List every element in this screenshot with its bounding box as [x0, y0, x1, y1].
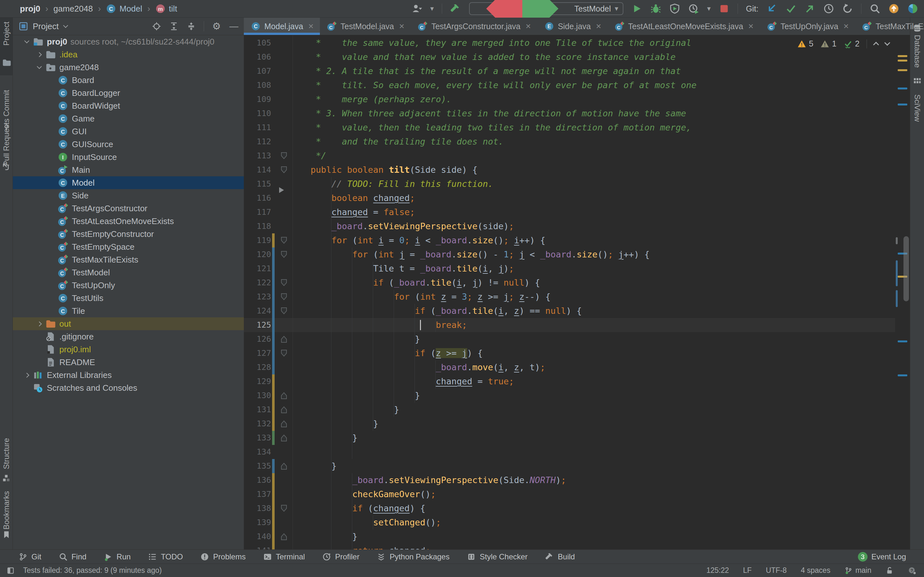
tab-testmodel-java[interactable]: CTestModel.java× — [320, 18, 411, 35]
tree-item-game[interactable]: CGame — [13, 112, 244, 125]
tree-item-proj0-iml[interactable]: proj0.iml — [13, 343, 244, 356]
folder-stripe-icon[interactable] — [2, 58, 11, 67]
chevron-right-icon[interactable] — [24, 372, 29, 378]
fold-marker-icon[interactable] — [280, 236, 288, 245]
tree-item-boardlogger[interactable]: CBoardLogger — [13, 87, 244, 99]
tree-item-testemptyconstructor[interactable]: CTestEmptyConstructor — [13, 227, 244, 240]
tree-item-board[interactable]: CBoard — [13, 74, 244, 87]
git-update-button[interactable] — [766, 3, 777, 14]
inspections-warnings[interactable]: 5 — [797, 39, 813, 48]
prev-problem-icon[interactable] — [873, 42, 879, 47]
unlock-icon[interactable] — [885, 566, 894, 575]
fold-marker-icon[interactable] — [280, 406, 288, 414]
toolwindow-button-find[interactable]: Find — [59, 552, 87, 561]
tab-close-icon[interactable]: × — [525, 21, 531, 31]
tree-item-side[interactable]: ESide — [13, 189, 244, 202]
tree-item-scratches-and-consoles[interactable]: Scratches and Consoles — [13, 382, 244, 394]
tree-item-testutils[interactable]: CTestUtils — [13, 292, 244, 305]
tab-testuponly-java[interactable]: CTestUpOnly.java× — [760, 18, 855, 35]
project-tree[interactable]: proj0sources root, ~/cs61bl/su22-s444/pr… — [13, 35, 244, 550]
locate-button[interactable] — [152, 21, 162, 31]
tree-item--gitignore[interactable]: .gitignore — [13, 330, 244, 343]
gradle-sphere-button[interactable] — [907, 3, 918, 14]
chevron-down-icon[interactable] — [24, 38, 29, 43]
fold-marker-icon[interactable] — [280, 335, 288, 343]
breadcrumb-item-game2048[interactable]: game2048 — [53, 4, 93, 14]
fold-marker-icon[interactable] — [280, 392, 288, 400]
stripe-button-pull-requests[interactable]: Pull Requests — [2, 119, 11, 166]
code-editor[interactable]: 105 * the same value, they are merged in… — [244, 35, 910, 550]
tree-item-tile[interactable]: CTile — [13, 305, 244, 318]
toolwindow-button-style-checker[interactable]: Style Checker — [467, 552, 527, 561]
toolwindow-button-python-packages[interactable]: Python Packages — [376, 552, 449, 561]
stripe-button-commit[interactable]: Commit — [2, 90, 11, 117]
tree-item-model[interactable]: CModel — [13, 176, 244, 189]
encoding-widget[interactable]: UTF-8 — [766, 566, 787, 575]
toolwindow-button-profiler[interactable]: Profiler — [322, 552, 359, 561]
fold-marker-icon[interactable] — [280, 462, 288, 470]
toolwindow-toggle-icon[interactable] — [6, 566, 15, 575]
fold-marker-icon[interactable] — [280, 434, 288, 442]
tree-item-testemptyspace[interactable]: CTestEmptySpace — [13, 240, 244, 253]
next-problem-icon[interactable] — [884, 40, 890, 45]
tree-item-external-libraries[interactable]: External Libraries — [13, 369, 244, 382]
stripe-button-project[interactable]: Project — [2, 22, 11, 46]
tree-item--idea[interactable]: .idea — [13, 48, 244, 61]
tab-testatleastonemoveexists-java[interactable]: CTestAtLeastOneMoveExists.java× — [607, 18, 760, 35]
stop-button[interactable] — [719, 3, 730, 14]
tree-item-testargsconstructor[interactable]: CTestArgsConstructor — [13, 202, 244, 215]
tree-item-testmaxtileexists[interactable]: CTestMaxTileExists — [13, 253, 244, 266]
collapse-all-button[interactable] — [186, 21, 196, 31]
inspections-weak-warnings[interactable]: 1 — [821, 39, 837, 48]
stripe-button-sciview[interactable]: SciView — [913, 95, 922, 122]
tree-item-guisource[interactable]: CGUISource — [13, 138, 244, 151]
caret-position-widget[interactable]: 125:22 — [706, 566, 729, 575]
project-view-dropdown[interactable] — [63, 23, 68, 28]
tab-close-icon[interactable]: × — [843, 21, 849, 31]
tree-item-readme[interactable]: README — [13, 356, 244, 369]
hide-panel-button[interactable]: — — [229, 21, 239, 31]
breadcrumb-item-model[interactable]: CModel — [106, 3, 142, 14]
fold-marker-icon[interactable] — [280, 166, 288, 174]
structure-stripe-icon[interactable] — [2, 474, 11, 483]
tree-item-testuponly[interactable]: CTestUpOnly — [13, 279, 244, 292]
indent-widget[interactable]: 4 spaces — [801, 566, 830, 575]
expand-all-button[interactable] — [169, 21, 179, 31]
tree-item-testmodel[interactable]: CTestModel — [13, 266, 244, 279]
tree-item-proj0[interactable]: proj0sources root, ~/cs61bl/su22-s444/pr… — [13, 35, 244, 48]
fold-marker-icon[interactable] — [280, 504, 288, 513]
fold-marker-icon[interactable] — [280, 293, 288, 301]
tab-close-icon[interactable]: × — [596, 21, 601, 31]
toolwindow-button-build[interactable]: Build — [545, 552, 575, 561]
debug-button[interactable] — [650, 3, 661, 14]
run-config-combo[interactable]: TestModel▾ — [469, 2, 624, 15]
tree-item-gui[interactable]: CGUI — [13, 125, 244, 138]
tab-side-java[interactable]: ESide.java× — [537, 18, 607, 35]
toolwindow-button-problems[interactable]: Problems — [200, 552, 246, 561]
toolwindow-button-git[interactable]: Git — [19, 552, 41, 561]
fold-marker-icon[interactable] — [280, 307, 288, 315]
stripe-button-structure[interactable]: Structure — [2, 438, 11, 469]
chevron-right-icon[interactable] — [37, 52, 42, 57]
tree-item-out[interactable]: out — [13, 318, 244, 330]
line-ending-widget[interactable]: LF — [743, 566, 752, 575]
run-with-coverage-button[interactable] — [669, 3, 680, 14]
fold-marker-icon[interactable] — [280, 250, 288, 259]
sciview-stripe-icon[interactable] — [913, 76, 922, 85]
breadcrumb-item-tilt[interactable]: mtilt — [155, 3, 177, 14]
user-menu-button[interactable] — [411, 3, 422, 14]
tab-close-icon[interactable]: × — [309, 21, 313, 31]
profile-button[interactable] — [688, 3, 699, 14]
rollback-button[interactable] — [842, 3, 853, 14]
run-button[interactable] — [632, 3, 642, 14]
chevron-down-icon[interactable] — [37, 64, 42, 69]
tree-item-inputsource[interactable]: IInputSource — [13, 151, 244, 163]
tree-item-main[interactable]: CMain — [13, 163, 244, 176]
build-hammer-button[interactable] — [450, 3, 461, 14]
tab-close-icon[interactable]: × — [399, 21, 404, 31]
tab-close-icon[interactable]: × — [748, 21, 753, 31]
stripe-button-bookmarks[interactable]: Bookmarks — [2, 491, 11, 530]
bookmark-stripe-icon[interactable] — [2, 530, 11, 539]
toolwindow-button-terminal[interactable]: Terminal — [263, 552, 305, 561]
tree-item-game2048[interactable]: game2048 — [13, 61, 244, 74]
